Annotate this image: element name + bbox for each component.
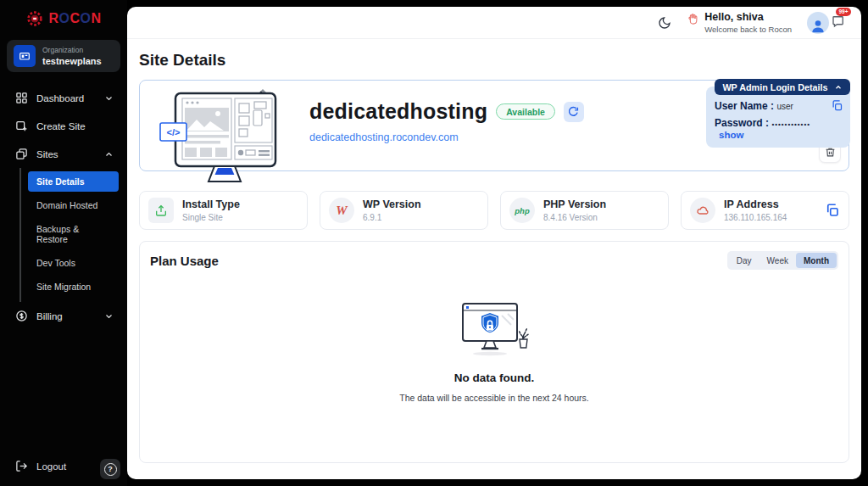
password-row: Password : •••••••••••• show xyxy=(715,117,842,141)
notifications-button[interactable]: 99+ xyxy=(831,14,846,32)
username-value: user xyxy=(776,102,793,111)
dark-mode-toggle-moon-icon[interactable] xyxy=(658,16,671,30)
organization-selector[interactable]: Organization testnewplans xyxy=(7,40,120,72)
code-badge-icon: </> xyxy=(167,127,181,137)
wp-admin-body: User Name : user Password : ••••••••••••… xyxy=(706,87,850,148)
sidebar-item-label: Dashboard xyxy=(36,93,94,103)
dashboard-icon xyxy=(15,92,28,104)
site-url-link[interactable]: dedicatedhosting.rocondev.com xyxy=(309,131,584,143)
organization-label: Organization xyxy=(42,46,102,54)
ip-address-title: IP Address xyxy=(724,198,787,210)
username-row: User Name : user xyxy=(715,100,842,112)
sidebar-item-label: Billing xyxy=(36,311,94,321)
sidebar-item-sites[interactable]: Sites xyxy=(0,140,127,168)
sidebar-nav: Dashboard Create Site Sites Site Details… xyxy=(0,84,127,330)
submenu-item-site-details[interactable]: Site Details xyxy=(28,171,119,192)
page-title: Site Details xyxy=(139,51,849,70)
chevron-up-icon xyxy=(834,83,843,92)
wordpress-icon: W xyxy=(329,198,354,223)
password-mask: •••••••••••• xyxy=(771,120,810,128)
submenu-item-dev-tools[interactable]: Dev Tools xyxy=(28,251,119,275)
gear-logo-icon xyxy=(25,9,44,28)
sidebar-item-create-site[interactable]: Create Site xyxy=(0,112,127,140)
site-info: dedicatedhosting Available dedicatedhost… xyxy=(309,99,584,143)
php-version-card: php PHP Version 8.4.16 Version xyxy=(500,191,669,230)
refresh-site-button[interactable] xyxy=(564,102,584,122)
install-type-card: Install Type Single Site xyxy=(139,191,308,230)
logo-text: ROCON xyxy=(48,11,101,26)
empty-state: No data found. The data will be accessib… xyxy=(150,302,838,403)
sidebar: ROCON Organization testnewplans Dashboar… xyxy=(0,0,127,486)
sidebar-item-billing[interactable]: Billing xyxy=(0,302,127,330)
range-segmented-control: Day Week Month xyxy=(727,251,838,270)
greeting-text: Hello, shiva xyxy=(704,11,792,23)
wp-version-title: WP Version xyxy=(363,198,421,210)
organization-icon xyxy=(14,45,36,67)
range-month-button[interactable]: Month xyxy=(796,253,837,268)
wp-version-value: 6.9.1 xyxy=(363,213,421,222)
refresh-icon xyxy=(568,106,579,117)
help-button[interactable]: ? xyxy=(100,459,120,479)
plan-usage-card: Plan Usage Day Week Month xyxy=(139,241,849,463)
billing-icon xyxy=(15,310,28,322)
sites-submenu: Site Details Domain Hosted Backups & Res… xyxy=(19,168,127,302)
sidebar-item-dashboard[interactable]: Dashboard xyxy=(0,84,127,112)
wp-admin-login-panel: WP Admin Login Details User Name : user … xyxy=(706,79,850,148)
wp-version-card: W WP Version 6.9.1 xyxy=(320,191,488,230)
sidebar-item-label: Create Site xyxy=(36,121,115,131)
create-site-icon xyxy=(15,120,28,132)
chevron-down-icon xyxy=(103,311,115,321)
site-name: dedicatedhosting xyxy=(309,99,487,124)
php-version-value: 8.4.16 Version xyxy=(543,213,606,222)
username-label: User Name : xyxy=(715,100,774,112)
chevron-up-icon xyxy=(103,149,115,159)
wp-admin-header-toggle[interactable]: WP Admin Login Details xyxy=(715,79,850,95)
main-panel: Hello, shiva Welcome back to Rocon 99+ S… xyxy=(127,7,861,479)
person-icon xyxy=(810,17,826,34)
notification-badge: 99+ xyxy=(836,8,851,16)
chevron-down-icon xyxy=(103,93,115,103)
copy-ip-icon[interactable] xyxy=(825,203,840,218)
empty-state-subtitle: The data will be accessible in the next … xyxy=(399,393,589,403)
site-details-card: </> dedicatedhosting Available dedicated… xyxy=(139,80,849,171)
organization-name: testnewplans xyxy=(42,56,102,66)
avatar[interactable] xyxy=(807,12,829,34)
password-label: Password : xyxy=(715,117,769,129)
content-area: Site Details xyxy=(127,39,861,463)
range-week-button[interactable]: Week xyxy=(760,253,796,268)
plan-usage-title: Plan Usage xyxy=(150,254,219,268)
install-type-value: Single Site xyxy=(182,213,240,222)
greeting-subtext: Welcome back to Rocon xyxy=(704,25,792,34)
ip-address-value: 136.110.165.164 xyxy=(724,213,787,222)
cloud-icon xyxy=(690,198,715,223)
wp-admin-header-label: WP Admin Login Details xyxy=(722,82,827,92)
show-password-link[interactable]: show xyxy=(719,130,743,140)
submenu-item-domain-hosted[interactable]: Domain Hosted xyxy=(28,193,119,217)
logout-icon xyxy=(15,460,28,472)
copy-credentials-icon[interactable] xyxy=(831,99,843,112)
rocon-logo: ROCON xyxy=(0,0,127,35)
trash-icon xyxy=(825,147,836,158)
help-icon: ? xyxy=(104,463,117,476)
range-day-button[interactable]: Day xyxy=(729,253,760,268)
php-icon: php xyxy=(509,198,535,223)
empty-state-title: No data found. xyxy=(454,371,535,384)
topbar: Hello, shiva Welcome back to Rocon 99+ xyxy=(127,7,861,39)
ip-address-card: IP Address 136.110.165.164 xyxy=(681,191,849,230)
submenu-item-site-migration[interactable]: Site Migration xyxy=(28,275,119,299)
app-root: ROCON Organization testnewplans Dashboar… xyxy=(0,0,868,486)
php-version-title: PHP Version xyxy=(543,198,606,210)
install-type-icon xyxy=(148,198,174,223)
sites-icon xyxy=(15,148,28,160)
logout-label: Logout xyxy=(36,461,66,472)
greeting-block: Hello, shiva Welcome back to Rocon xyxy=(687,11,792,34)
status-badge: Available xyxy=(496,103,555,120)
no-data-illustration xyxy=(448,302,541,358)
info-cards-row: Install Type Single Site W WP Version 6.… xyxy=(139,191,849,230)
site-illustration: </> xyxy=(159,83,286,187)
install-type-title: Install Type xyxy=(182,198,240,210)
waving-hand-icon xyxy=(687,13,699,25)
user-menu: 99+ xyxy=(807,12,846,34)
submenu-item-backups-restore[interactable]: Backups & Restore xyxy=(28,217,119,251)
sidebar-item-label: Sites xyxy=(36,149,94,159)
